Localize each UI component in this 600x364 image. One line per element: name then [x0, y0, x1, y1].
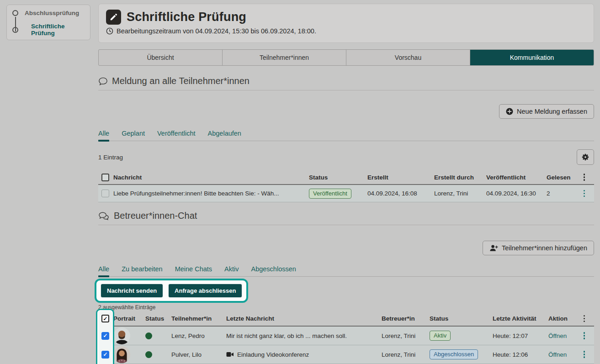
chat-table: ✓ Portrait Status Teilnehmer*in Letzte N… [98, 311, 594, 364]
video-camera-icon [226, 352, 234, 357]
message-table-header-row: Nachricht Status Erstellt Erstellt durch… [98, 170, 594, 185]
open-link[interactable]: Öffnen [548, 351, 567, 358]
col-status-2: Status [426, 315, 489, 322]
chat-status-badge: Abgeschlossen [430, 349, 478, 359]
col-betreuerin: Betreuer*in [378, 315, 426, 322]
online-status-dot [145, 332, 152, 339]
col-aktion: Aktion [545, 315, 578, 322]
message-filters: Alle Geplant Veröffentlicht Abgelaufen [98, 130, 594, 141]
col-gelesen: Gelesen [543, 174, 578, 181]
chat-section-title: Betreuer*innen-Chat [114, 211, 197, 221]
select-all-checkbox[interactable] [101, 174, 109, 181]
col-status: Status [142, 315, 168, 322]
gear-icon [581, 153, 589, 161]
message-section-title: Meldung an alle Teilnehmer*innen [112, 76, 250, 86]
kebab-menu-icon[interactable] [578, 174, 587, 181]
tree-item-label[interactable]: Abschlussprüfung [25, 10, 79, 16]
kebab-menu-icon[interactable] [578, 190, 587, 197]
open-link[interactable]: Öffnen [548, 332, 567, 339]
chat-table-header-row: ✓ Portrait Status Teilnehmer*in Letzte N… [98, 311, 594, 327]
row-checkbox[interactable] [101, 190, 109, 197]
filter-veroeffentlicht[interactable]: Veröffentlicht [157, 130, 196, 141]
participant-name: Lenz, Pedro [168, 332, 223, 339]
tree-connector-line [15, 17, 16, 32]
supervisor-name: Lorenz, Trini [378, 351, 426, 358]
created-by: Lorenz, Trini [431, 190, 483, 197]
add-participants-button-label: Teilnehmer*innen hinzufügen [502, 244, 587, 252]
person-plus-icon [489, 244, 498, 252]
tab-teilnehmerinnen[interactable]: Teilnehmer*innen [223, 50, 346, 65]
chat-row-pulver-lilo: ✓ Pulver, Lilo Einladung Videokonferenz … [98, 345, 594, 364]
new-message-button-label: Neue Meldung erfassen [517, 108, 587, 115]
last-activity: Heute: 12:06 [489, 351, 545, 358]
online-status-dot [145, 351, 152, 358]
close-request-button[interactable]: Anfrage abschliessen [168, 283, 243, 298]
plus-circle-icon [506, 108, 513, 115]
message-table: Nachricht Status Erstellt Erstellt durch… [98, 170, 594, 202]
table-settings-button[interactable] [577, 149, 594, 165]
editing-period-text: Bearbeitungszeitraum von 04.09.2024, 15:… [117, 27, 316, 35]
pencil-icon [106, 10, 121, 25]
last-message: Einladung Videokonferenz [237, 351, 309, 358]
chat-filter-zu-bearbeiten[interactable]: Zu bearbeiten [122, 265, 162, 276]
row-checkbox[interactable]: ✓ [101, 351, 109, 359]
chat-section-header: Betreuer*innen-Chat [98, 211, 594, 225]
selected-entries-count: 2 ausgewählte Einträge [98, 304, 594, 311]
bulk-actions-highlight: Nachricht senden Anfrage abschliessen [95, 279, 248, 303]
col-letzte-aktivitaet: Letzte Aktivität [489, 315, 545, 322]
kebab-menu-icon[interactable] [578, 332, 587, 339]
kebab-menu-icon[interactable] [578, 351, 587, 358]
tree-item-label[interactable]: Schriftliche Prüfung [31, 23, 85, 37]
col-portrait: Portrait [110, 315, 142, 322]
avatar [113, 346, 130, 363]
clock-icon [106, 27, 113, 35]
new-message-button[interactable]: Neue Meldung erfassen [499, 104, 594, 119]
message-text: Liebe Prüfungsteilnehmer:innen! Bitte be… [110, 190, 306, 197]
message-row: Liebe Prüfungsteilnehmer:innen! Bitte be… [98, 185, 594, 202]
filter-abgelaufen[interactable]: Abgelaufen [208, 130, 241, 141]
tab-uebersicht[interactable]: Übersicht [99, 50, 223, 65]
supervisor-name: Lorenz, Trini [378, 332, 426, 339]
chat-row-lenz-pedro: ✓ Lenz, Pedro Mir ist nicht ganz klar, o… [98, 327, 594, 345]
add-participants-button[interactable]: Teilnehmer*innen hinzufügen [483, 241, 594, 255]
tree-item-abschlusspruefung[interactable]: Abschlussprüfung [12, 10, 85, 16]
col-letzte-nachricht: Letzte Nachricht [223, 315, 378, 322]
status-badge: Veröffentlicht [309, 189, 351, 199]
filter-alle[interactable]: Alle [98, 130, 109, 141]
read-count: 2 [543, 190, 578, 197]
tree-item-schriftliche-pruefung[interactable]: Schriftliche Prüfung [12, 23, 85, 37]
chat-filter-meine-chats[interactable]: Meine Chats [175, 265, 212, 276]
created-at: 04.09.2024, 16:08 [364, 190, 431, 197]
col-status: Status [306, 174, 364, 181]
tree-node-circle-icon [12, 10, 18, 16]
kebab-menu-icon[interactable] [578, 315, 587, 322]
avatar [113, 327, 130, 344]
col-teilnehmerin: Teilnehmer*in [168, 315, 223, 322]
participant-name: Pulver, Lilo [168, 351, 223, 358]
message-section-header: Meldung an alle Teilnehmer*innen [98, 76, 594, 90]
locator-tree: Abschlussprüfung Schriftliche Prüfung [6, 5, 90, 40]
chat-status-badge: Aktiv [430, 331, 451, 341]
speech-bubble-icon [98, 77, 108, 86]
chat-filter-aktiv[interactable]: Aktiv [224, 265, 239, 276]
select-all-checkbox[interactable]: ✓ [101, 315, 109, 322]
tab-vorschau[interactable]: Vorschau [346, 50, 470, 65]
col-erstellt-durch: Erstellt durch [431, 174, 483, 181]
tab-kommunikation[interactable]: Kommunikation [470, 50, 594, 65]
last-message: Mir ist nicht ganz klar, ob ich ... mach… [223, 332, 378, 339]
double-speech-bubble-icon [98, 211, 110, 221]
page-header: Schriftliche Prüfung Bearbeitungszeitrau… [98, 4, 594, 43]
col-nachricht: Nachricht [110, 174, 306, 181]
col-erstellt: Erstellt [364, 174, 431, 181]
entry-count: 1 Eintrag [98, 154, 123, 161]
page-title: Schriftliche Prüfung [127, 10, 246, 24]
send-message-button[interactable]: Nachricht senden [100, 283, 164, 298]
row-checkbox[interactable]: ✓ [101, 332, 109, 340]
chat-filter-abgeschlossen[interactable]: Abgeschlossen [251, 265, 296, 276]
main-tabbar: Übersicht Teilnehmer*innen Vorschau Komm… [98, 49, 594, 66]
col-veroeffentlicht: Veröffentlicht [483, 174, 543, 181]
filter-geplant[interactable]: Geplant [122, 130, 145, 141]
chat-filter-alle[interactable]: Alle [98, 265, 109, 276]
last-activity: Heute: 12:07 [489, 332, 545, 339]
published-at: 04.09.2024, 16:30 [483, 190, 543, 197]
